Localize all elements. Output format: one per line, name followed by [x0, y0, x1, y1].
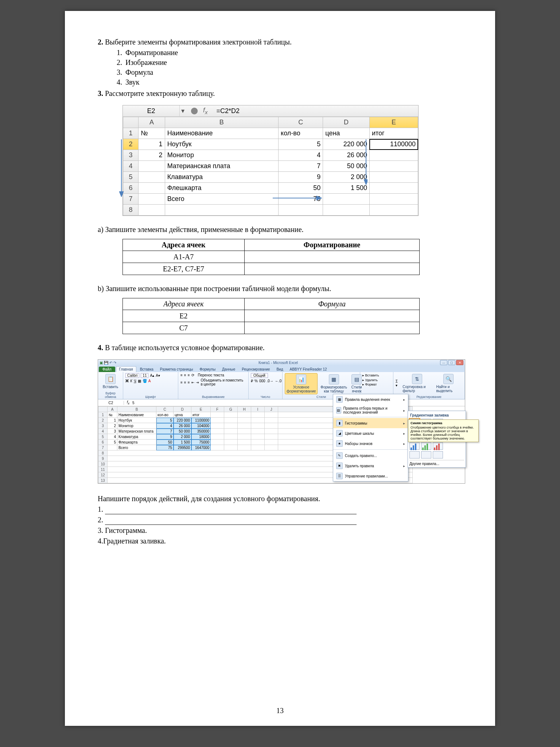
- cell[interactable]: [139, 205, 165, 216]
- bold-icon[interactable]: Ж: [125, 379, 129, 383]
- currency-icon[interactable]: ₽: [251, 379, 253, 383]
- cell[interactable]: Флешкарта: [165, 183, 278, 194]
- cf-item-top-bottom[interactable]: ▤Правила отбора первых и последних значе…: [333, 405, 408, 416]
- cf-item-icon-sets[interactable]: ★Наборы значков▸: [333, 438, 408, 449]
- indent-inc-icon[interactable]: ⇥: [196, 380, 199, 384]
- redo-icon[interactable]: ↷: [113, 361, 116, 365]
- dec-decimal-icon[interactable]: ←.0: [275, 379, 281, 383]
- col-header-e[interactable]: E: [369, 117, 418, 128]
- fx-cancel-icon[interactable]: ⬤: [191, 107, 198, 115]
- cell[interactable]: 50: [279, 183, 323, 194]
- cell[interactable]: [369, 194, 418, 205]
- col-header-c[interactable]: C: [279, 117, 323, 128]
- qat-icons[interactable]: ▣ 💾 ↶ ↷: [100, 361, 116, 365]
- wrap-text-button[interactable]: Перенос текста: [198, 373, 224, 377]
- spreadsheet-grid[interactable]: A B C D E 1 № Наименование кол-во цена и…: [123, 117, 418, 216]
- row-header[interactable]: 1: [123, 128, 139, 139]
- cf-item-databars[interactable]: ▮Гистограммы▸: [333, 418, 408, 428]
- databar-solid-orange[interactable]: [409, 451, 420, 458]
- tab-formulas[interactable]: Формулы: [197, 367, 219, 372]
- comma-icon[interactable]: 000: [259, 379, 265, 383]
- inc-decimal-icon[interactable]: .0→: [267, 379, 273, 383]
- name-box[interactable]: E2: [123, 105, 180, 116]
- conditional-formatting-button[interactable]: 📊 Условное форматирование: [285, 373, 318, 394]
- cell[interactable]: [369, 172, 418, 183]
- fill-color-icon[interactable]: 🪣: [143, 379, 147, 383]
- databar-solid-purple[interactable]: [433, 451, 443, 458]
- cell[interactable]: [369, 183, 418, 194]
- tab-review[interactable]: Рецензирование: [239, 367, 273, 372]
- name-box-dropdown-icon[interactable]: ▾: [180, 107, 186, 115]
- cf-item-new-rule[interactable]: ✎Создать правило...: [333, 450, 408, 461]
- merge-button[interactable]: Объединить и поместить в центре: [201, 378, 246, 386]
- cell[interactable]: Клавиатура: [165, 172, 278, 183]
- tab-file[interactable]: Файл: [99, 367, 115, 372]
- cell[interactable]: [279, 205, 323, 216]
- minimize-button[interactable]: —: [440, 360, 447, 365]
- select-all-corner[interactable]: [123, 117, 139, 128]
- undo-icon[interactable]: ↶: [109, 361, 112, 365]
- col-header-a[interactable]: A: [139, 117, 165, 128]
- cell[interactable]: цена: [323, 128, 370, 139]
- cell[interactable]: Наименование: [165, 128, 278, 139]
- cell[interactable]: [369, 161, 418, 172]
- databar-solid-lightblue[interactable]: [421, 451, 431, 458]
- align-middle-icon[interactable]: ≡: [184, 373, 186, 377]
- tab-home[interactable]: Главная: [116, 366, 136, 372]
- databar-solid-red[interactable]: [433, 442, 443, 450]
- name-box-2[interactable]: C2: [98, 401, 124, 405]
- insert-cells-button[interactable]: ▸ Вставить: [362, 373, 391, 378]
- cond-fmt-menu[interactable]: ▦Правила выделения ячеек▸ ▤Правила отбор…: [333, 394, 408, 481]
- underline-icon[interactable]: Ч: [134, 379, 136, 383]
- number-format-combo[interactable]: Общий: [251, 373, 268, 378]
- align-left-icon[interactable]: ≡: [180, 380, 183, 384]
- cell[interactable]: [139, 183, 165, 194]
- format-as-table-button[interactable]: ▦ Форматировать как таблицу: [319, 374, 349, 394]
- tab-view[interactable]: Вид: [273, 367, 286, 372]
- align-bottom-icon[interactable]: ≡: [188, 373, 190, 377]
- databar-solid-blue[interactable]: [409, 442, 420, 450]
- autosum-icon[interactable]: Σ ▾: [396, 379, 400, 387]
- tab-abbyy[interactable]: ABBYY FineReader 12: [287, 367, 330, 372]
- databar-solid-green[interactable]: [421, 442, 431, 450]
- font-size-combo[interactable]: 11: [141, 373, 148, 378]
- paste-button[interactable]: 📋 Вставить: [100, 373, 121, 390]
- cell[interactable]: 7: [279, 161, 323, 172]
- cell[interactable]: Материанская плата: [165, 161, 278, 172]
- cf-item-manage-rules[interactable]: ☰Управление правилами...: [333, 471, 408, 481]
- tab-data[interactable]: Данные: [219, 367, 238, 372]
- formula-input-2[interactable]: 5: [132, 401, 135, 405]
- tab-layout[interactable]: Разметка страницы: [157, 367, 196, 372]
- fx-icon[interactable]: fx: [124, 400, 132, 405]
- align-right-icon[interactable]: ≡: [188, 380, 190, 384]
- border-icon[interactable]: ▦: [138, 379, 141, 383]
- cf-item-clear-rules[interactable]: ✖Удалить правила▸: [333, 461, 408, 471]
- cell[interactable]: 1: [139, 139, 165, 150]
- cell[interactable]: 4: [279, 150, 323, 161]
- find-select-button[interactable]: 🔍 Найти и выделить: [435, 373, 462, 394]
- cell[interactable]: [139, 194, 165, 205]
- cell[interactable]: [139, 161, 165, 172]
- cell[interactable]: Всего: [165, 194, 278, 205]
- indent-dec-icon[interactable]: ⇤: [191, 380, 194, 384]
- cell[interactable]: [369, 205, 418, 216]
- cf-item-highlight-rules[interactable]: ▦Правила выделения ячеек▸: [333, 394, 408, 405]
- cell[interactable]: Монитор: [165, 150, 278, 161]
- cell[interactable]: итог: [369, 128, 418, 139]
- col-header-b[interactable]: B: [165, 117, 278, 128]
- cell[interactable]: 2: [139, 150, 165, 161]
- formula-input[interactable]: =C2*D2: [213, 107, 418, 115]
- cell[interactable]: №: [139, 128, 165, 139]
- cell-selected[interactable]: 1100000: [369, 139, 418, 150]
- cell[interactable]: 9: [279, 172, 323, 183]
- maximize-button[interactable]: ▢: [448, 360, 455, 365]
- percent-icon[interactable]: %: [254, 379, 258, 383]
- delete-cells-button[interactable]: ▸ Удалить: [362, 378, 391, 383]
- save-icon[interactable]: 💾: [104, 361, 108, 365]
- cell[interactable]: [165, 205, 278, 216]
- align-top-icon[interactable]: ≡: [180, 373, 183, 377]
- format-cells-button[interactable]: ▸ Формат: [362, 382, 391, 387]
- grow-font-icon[interactable]: A▴: [150, 374, 154, 378]
- cell[interactable]: 5: [279, 139, 323, 150]
- row-header[interactable]: 8: [123, 205, 139, 216]
